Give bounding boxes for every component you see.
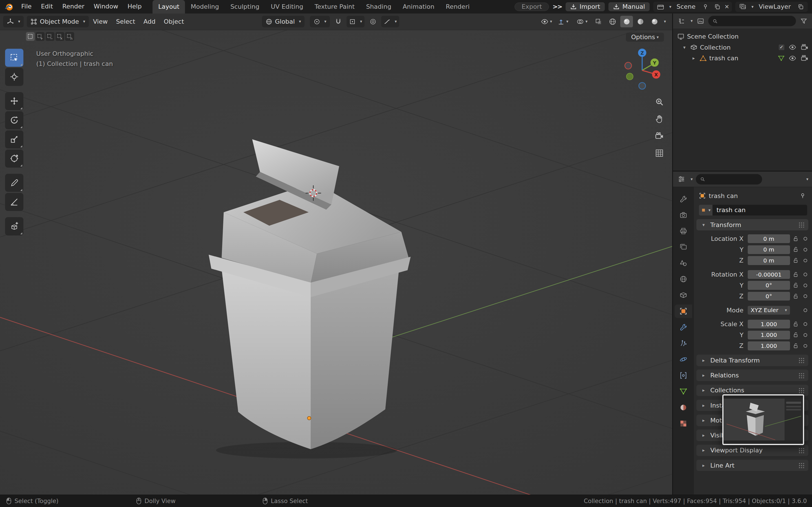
location-y-field[interactable]: 0 m xyxy=(748,245,790,254)
outliner-search-input[interactable] xyxy=(720,18,792,24)
camera-view-button[interactable] xyxy=(654,130,665,142)
mode-dropdown[interactable]: Object Mode ▾ xyxy=(27,16,89,27)
properties-search-input[interactable] xyxy=(707,176,758,182)
location-z-field[interactable]: 0 m xyxy=(748,256,790,265)
properties-search[interactable] xyxy=(696,174,762,184)
toggle-ortho-button[interactable] xyxy=(654,147,665,159)
drag-grip-icon[interactable] xyxy=(799,222,804,228)
workspace-tab-sculpting[interactable]: Sculpting xyxy=(225,0,265,13)
properties-editor-icon[interactable] xyxy=(677,175,686,184)
shading-rendered-button[interactable] xyxy=(649,16,661,27)
unlink-scene-icon[interactable]: ✕ xyxy=(724,3,729,10)
workspace-tab-uv-editing[interactable]: UV Editing xyxy=(265,0,309,13)
pivot-point-dropdown[interactable]: ▾ xyxy=(310,16,330,27)
chevron-down-icon[interactable]: ▾ xyxy=(806,177,808,181)
disable-render-camera-icon[interactable] xyxy=(801,54,809,62)
disable-render-camera-icon[interactable] xyxy=(801,43,809,51)
proportional-editing-toggle[interactable] xyxy=(367,16,379,27)
menu-view[interactable]: View xyxy=(89,18,112,25)
animate-dot[interactable] xyxy=(804,259,807,263)
pin-icon[interactable] xyxy=(701,2,710,11)
animate-dot[interactable] xyxy=(804,284,807,287)
overlays-dropdown[interactable]: ▾ xyxy=(573,16,591,27)
tab-collection[interactable] xyxy=(675,288,692,302)
lock-icon[interactable] xyxy=(793,246,801,252)
select-mode-extend[interactable]: + xyxy=(36,32,45,41)
viewlayer-name[interactable]: ViewLayer xyxy=(756,3,794,10)
import-button[interactable]: Import xyxy=(566,2,605,11)
menu-add[interactable]: Add xyxy=(139,18,160,25)
lock-icon[interactable] xyxy=(793,236,801,242)
visibility-dropdown[interactable]: ▾ xyxy=(540,16,553,27)
duplicate-viewlayer-icon[interactable] xyxy=(796,2,805,11)
lock-icon[interactable] xyxy=(793,272,801,278)
workspace-tab-animation[interactable]: Animation xyxy=(397,0,440,13)
shading-material-button[interactable] xyxy=(635,16,647,27)
navigation-gizmo[interactable]: Z Y X xyxy=(619,47,665,94)
display-mode-icon[interactable] xyxy=(696,16,705,25)
drag-grip-icon[interactable] xyxy=(799,448,804,453)
tab-scene[interactable] xyxy=(675,256,692,270)
tab-physics[interactable] xyxy=(675,353,692,366)
workspace-tab-layout[interactable]: Layout xyxy=(153,0,185,13)
outliner-row-collection[interactable]: ▾ Collection ✓ xyxy=(673,42,812,53)
tab-view-layer[interactable] xyxy=(675,240,692,254)
drag-grip-icon[interactable] xyxy=(799,388,804,393)
blender-logo-icon[interactable] xyxy=(4,2,13,11)
animate-dot[interactable] xyxy=(804,237,807,240)
location-x-field[interactable]: 0 m xyxy=(748,234,790,243)
select-mode-set[interactable] xyxy=(26,32,35,41)
screenshot-thumbnail-overlay[interactable] xyxy=(722,394,804,445)
manual-button[interactable]: Manual xyxy=(608,2,650,11)
hide-eye-icon[interactable] xyxy=(789,54,797,62)
section-viewport-display[interactable]: ▸Viewport Display xyxy=(696,445,808,456)
scene-name[interactable]: Scene xyxy=(674,3,698,10)
animate-dot[interactable] xyxy=(804,322,807,326)
rotation-x-field[interactable]: -0.00001 xyxy=(748,270,790,279)
scale-x-field[interactable]: 1.000 xyxy=(748,320,790,328)
select-mode-invert[interactable]: × xyxy=(56,32,64,41)
menu-object[interactable]: Object xyxy=(160,18,188,25)
collection-checkbox[interactable]: ✓ xyxy=(778,44,784,50)
animate-dot[interactable] xyxy=(804,308,807,312)
drag-grip-icon[interactable] xyxy=(799,373,804,378)
workspace-tab-rendering[interactable]: Rendering xyxy=(440,0,469,13)
tab-texture[interactable] xyxy=(675,416,692,430)
chevrons-icon[interactable]: >> xyxy=(553,3,562,10)
drag-grip-icon[interactable] xyxy=(799,462,804,468)
tab-particles[interactable] xyxy=(675,337,692,350)
animate-dot[interactable] xyxy=(804,333,807,337)
xray-toggle[interactable] xyxy=(592,16,605,27)
lock-icon[interactable] xyxy=(793,343,801,349)
hide-eye-icon[interactable] xyxy=(789,43,797,51)
viewport-3d[interactable]: + − × ∩ User Orthographic (1) Collection… xyxy=(0,30,672,495)
snap-toggle[interactable] xyxy=(332,16,345,27)
gizmos-dropdown[interactable]: ▾ xyxy=(554,16,571,27)
tab-output[interactable] xyxy=(675,224,692,238)
menu-help[interactable]: Help xyxy=(123,0,146,13)
outliner-row-scene-collection[interactable]: Scene Collection xyxy=(673,31,812,42)
tool-rotate[interactable] xyxy=(5,111,23,129)
shading-solid-button[interactable] xyxy=(620,16,633,27)
gizmo-negative-z[interactable] xyxy=(639,82,646,89)
disclosure-closed-icon[interactable]: ▸ xyxy=(691,55,697,61)
lock-icon[interactable] xyxy=(793,282,801,288)
editor-type-button[interactable]: ▾ xyxy=(3,16,24,27)
scale-z-field[interactable]: 1.000 xyxy=(748,341,790,350)
select-mode-subtract[interactable]: − xyxy=(46,32,54,41)
tool-scale[interactable] xyxy=(5,130,23,149)
orientation-dropdown[interactable]: Global ▾ xyxy=(262,16,305,27)
rotation-z-field[interactable]: 0° xyxy=(748,292,790,300)
pin-icon[interactable] xyxy=(798,191,807,201)
gizmo-negative-x[interactable] xyxy=(625,62,631,69)
tab-object-data[interactable] xyxy=(675,385,692,398)
tool-options-button[interactable]: Options ▾ xyxy=(626,33,664,42)
snap-settings-dropdown[interactable]: ▾ xyxy=(347,16,364,27)
tool-box-select[interactable] xyxy=(5,49,23,67)
disclosure-open-icon[interactable]: ▾ xyxy=(681,45,688,50)
tab-tool[interactable] xyxy=(675,192,692,206)
viewlayer-browse-icon[interactable] xyxy=(738,2,748,11)
scale-y-field[interactable]: 1.000 xyxy=(748,331,790,339)
object-origin-dot[interactable] xyxy=(307,416,311,420)
tool-transform[interactable] xyxy=(5,150,23,168)
